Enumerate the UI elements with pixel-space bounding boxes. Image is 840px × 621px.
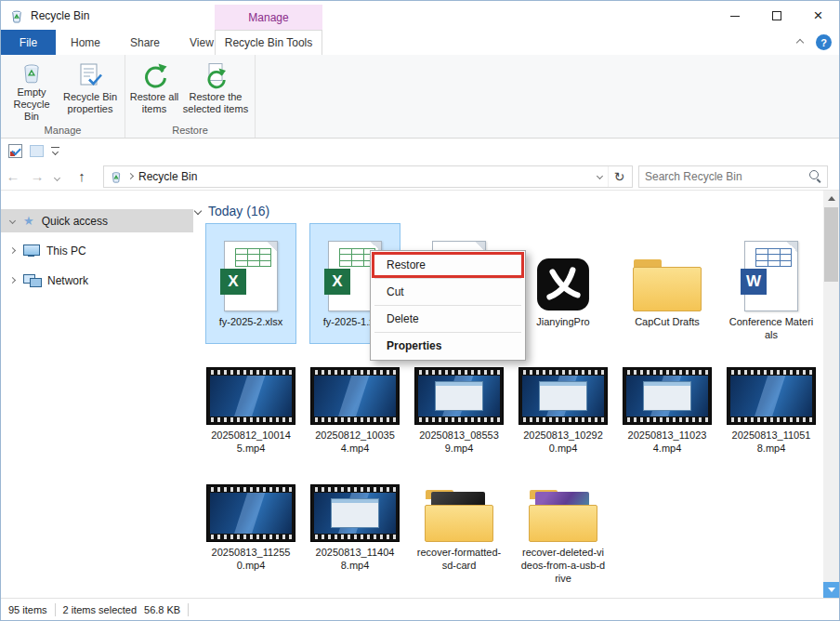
- this-pc-icon: [23, 244, 39, 257]
- restore-all-items-button[interactable]: Restore all items: [129, 58, 179, 123]
- file-tile[interactable]: 20250813_110234.mp4: [623, 363, 712, 456]
- restore-all-icon: [140, 61, 168, 89]
- item-count: 95 items: [1, 604, 55, 615]
- restore-selected-items-button[interactable]: Restore the selected items: [179, 58, 252, 123]
- quick-access-toolbar: [1, 139, 839, 163]
- navigation-pane: ★ Quick access This PC Network: [1, 191, 193, 598]
- sidebar-item-this-pc[interactable]: This PC: [1, 239, 193, 262]
- file-tile[interactable]: recover-deleted-videos-from-a-usb-drive: [518, 481, 608, 587]
- file-name: fy-2025-2.xlsx: [208, 315, 294, 328]
- sidebar-item-label: Quick access: [42, 215, 108, 228]
- excel-file-icon: X: [224, 241, 278, 311]
- minimize-button[interactable]: [714, 1, 755, 31]
- empty-recycle-bin-icon: [18, 61, 46, 85]
- sidebar-item-network[interactable]: Network: [1, 269, 193, 292]
- refresh-icon[interactable]: ↻: [608, 166, 630, 187]
- menu-item-properties[interactable]: Properties: [373, 334, 523, 358]
- contextual-group-header: Manage: [215, 5, 322, 30]
- folder-icon: [529, 490, 597, 542]
- scroll-down-icon[interactable]: [823, 582, 839, 598]
- tab-recycle-bin-tools[interactable]: Recycle Bin Tools: [215, 30, 322, 55]
- file-tile[interactable]: 20250812_100354.mp4: [310, 363, 400, 456]
- expand-icon[interactable]: [9, 247, 16, 254]
- scroll-up-icon[interactable]: [823, 191, 839, 206]
- vertical-scrollbar[interactable]: [823, 191, 839, 598]
- collapse-group-icon[interactable]: [194, 207, 202, 215]
- ribbon-group-label: Restore: [125, 125, 255, 136]
- video-thumbnail-icon: [206, 367, 295, 425]
- menu-separator: [374, 278, 521, 279]
- file-name: recover-deleted-videos-from-a-usb-drive: [520, 546, 606, 585]
- recent-locations-icon[interactable]: [53, 174, 59, 180]
- group-header-label: Today (16): [208, 204, 269, 218]
- restore-selected-icon: [202, 61, 230, 89]
- qat-customize-dropdown-icon[interactable]: [51, 147, 59, 155]
- expand-icon[interactable]: [9, 277, 16, 284]
- titlebar: Recycle Bin ×: [1, 1, 839, 31]
- selection-size: 56.8 KB: [144, 604, 188, 615]
- search-icon[interactable]: [809, 170, 821, 182]
- menu-item-restore[interactable]: Restore: [373, 253, 523, 277]
- forward-icon[interactable]: →: [25, 168, 49, 184]
- file-name: Conference Materials: [728, 315, 814, 341]
- address-bar[interactable]: Recycle Bin ↻: [103, 165, 633, 188]
- address-dropdown-icon[interactable]: [597, 173, 603, 179]
- maximize-icon: [772, 11, 781, 20]
- address-bar-row: ← → ↑ Recycle Bin ↻: [1, 163, 839, 191]
- up-icon[interactable]: ↑: [70, 168, 94, 184]
- ribbon-collapse-icon[interactable]: [796, 38, 804, 46]
- file-name: 20250813_114048.mp4: [312, 546, 398, 572]
- breadcrumb-location[interactable]: Recycle Bin: [138, 170, 197, 183]
- close-icon: ×: [814, 7, 823, 25]
- status-bar: 95 items 2 items selected 56.8 KB: [1, 598, 839, 620]
- tab-file[interactable]: File: [1, 30, 56, 55]
- file-name: 20250813_112550.mp4: [208, 546, 294, 572]
- expand-icon[interactable]: [9, 218, 16, 224]
- file-name: 20250813_102920.mp4: [520, 429, 606, 455]
- breadcrumb-chevron-icon: [127, 173, 134, 179]
- back-icon[interactable]: ←: [1, 168, 25, 184]
- file-tile[interactable]: 20250812_100145.mp4: [206, 363, 295, 456]
- file-tile[interactable]: 20250813_110518.mp4: [727, 363, 816, 456]
- menu-item-cut[interactable]: Cut: [373, 280, 523, 304]
- maximize-button[interactable]: [755, 1, 797, 31]
- close-button[interactable]: ×: [797, 1, 839, 31]
- file-tile[interactable]: CapCut Drafts: [623, 224, 712, 343]
- qat-new-folder-icon[interactable]: [30, 145, 44, 157]
- file-name: 20250812_100145.mp4: [208, 429, 294, 455]
- search-box: [638, 165, 828, 188]
- qat-properties-icon[interactable]: [8, 144, 22, 158]
- file-name: recover-formatted-sd-card: [416, 546, 502, 572]
- context-menu: Restore Cut Delete Properties: [370, 250, 526, 361]
- quick-access-star-icon: ★: [23, 215, 34, 227]
- video-thumbnail-icon: [414, 367, 504, 425]
- file-tile[interactable]: recover-formatted-sd-card: [414, 481, 504, 587]
- jianyingpro-app-icon: [536, 258, 590, 311]
- selection-count: 2 items selected: [56, 604, 144, 615]
- menu-separator: [374, 332, 521, 333]
- search-input[interactable]: [645, 170, 809, 183]
- menu-item-delete[interactable]: Delete: [373, 307, 523, 331]
- scrollbar-thumb[interactable]: [824, 207, 838, 282]
- video-thumbnail-icon: [727, 367, 816, 425]
- empty-recycle-bin-button[interactable]: Empty Recycle Bin: [5, 58, 59, 123]
- file-tile[interactable]: 20250813_085539.mp4: [414, 363, 504, 456]
- file-tile[interactable]: W Conference Materials: [727, 224, 816, 343]
- menu-separator: [374, 305, 521, 306]
- file-tile[interactable]: JianyingPro: [518, 224, 608, 343]
- recycle-bin-properties-button[interactable]: Recycle Bin properties: [59, 58, 122, 123]
- date-group-header[interactable]: Today (16): [195, 204, 269, 218]
- sidebar-item-quick-access[interactable]: ★ Quick access: [1, 209, 193, 232]
- tab-home[interactable]: Home: [56, 30, 115, 55]
- file-tile[interactable]: X fy-2025-2.xlsx: [206, 224, 295, 343]
- window-title: Recycle Bin: [31, 9, 89, 22]
- file-tile[interactable]: 20250813_102920.mp4: [518, 363, 608, 456]
- file-tile[interactable]: 20250813_114048.mp4: [310, 481, 400, 587]
- sidebar-item-label: This PC: [46, 244, 86, 258]
- sidebar-item-label: Network: [47, 274, 88, 287]
- file-name: 20250813_110518.mp4: [728, 429, 814, 455]
- file-tile[interactable]: 20250813_112550.mp4: [206, 481, 295, 587]
- file-name: 20250813_085539.mp4: [416, 429, 502, 455]
- help-icon[interactable]: ?: [816, 34, 832, 50]
- tab-share[interactable]: Share: [115, 30, 175, 55]
